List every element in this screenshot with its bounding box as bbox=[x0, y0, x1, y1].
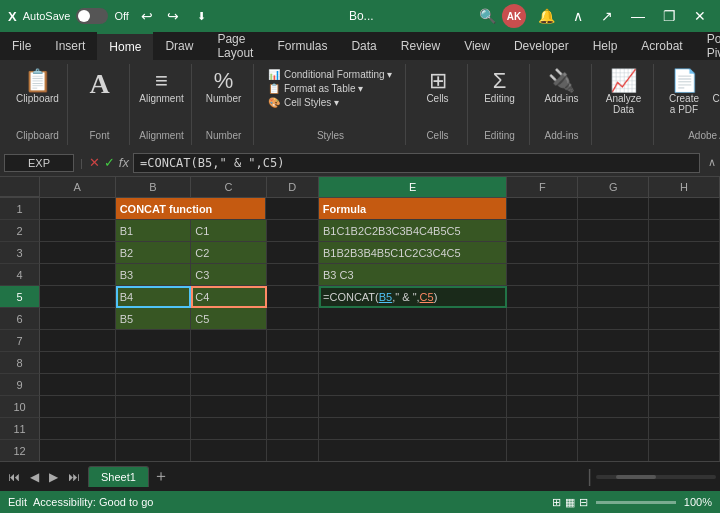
cell-b6[interactable]: B5 bbox=[116, 308, 192, 330]
cell-f1[interactable] bbox=[507, 198, 578, 220]
col-header-g[interactable]: G bbox=[578, 177, 649, 197]
editing-btn[interactable]: Σ Editing bbox=[480, 68, 520, 106]
alignment-btn[interactable]: ≡ Alignment bbox=[135, 68, 187, 106]
cell-g6[interactable] bbox=[578, 308, 649, 330]
font-btn[interactable]: A bbox=[80, 68, 120, 100]
cell-h6[interactable] bbox=[649, 308, 720, 330]
formula-expand-btn[interactable]: ∧ bbox=[708, 156, 716, 169]
cell-c4[interactable]: C3 bbox=[191, 264, 267, 286]
select-all-corner[interactable] bbox=[0, 177, 40, 197]
cell-f10[interactable] bbox=[507, 396, 578, 418]
tab-page-layout[interactable]: Page Layout bbox=[205, 32, 265, 60]
cell-e5[interactable]: =CONCAT(B5," & ",C5) bbox=[319, 286, 507, 308]
col-header-c[interactable]: C bbox=[191, 177, 267, 197]
cell-a8[interactable] bbox=[40, 352, 116, 374]
cell-e4[interactable]: B3 C3 bbox=[319, 264, 507, 286]
cell-b12[interactable] bbox=[116, 440, 192, 461]
cell-g2[interactable] bbox=[578, 220, 649, 242]
formula-cancel-btn[interactable]: ✕ bbox=[89, 155, 100, 170]
cell-b3[interactable]: B2 bbox=[116, 242, 192, 264]
col-header-e[interactable]: E bbox=[319, 177, 508, 197]
cell-f2[interactable] bbox=[507, 220, 578, 242]
tab-home[interactable]: Home bbox=[97, 32, 153, 60]
cell-d6[interactable] bbox=[267, 308, 319, 330]
tab-draw[interactable]: Draw bbox=[153, 32, 205, 60]
cell-e11[interactable] bbox=[319, 418, 507, 440]
cell-f6[interactable] bbox=[507, 308, 578, 330]
cell-b8[interactable] bbox=[116, 352, 192, 374]
row-num-3[interactable]: 3 bbox=[0, 242, 40, 264]
cell-f7[interactable] bbox=[507, 330, 578, 352]
cell-e10[interactable] bbox=[319, 396, 507, 418]
cell-h10[interactable] bbox=[649, 396, 720, 418]
cell-a9[interactable] bbox=[40, 374, 116, 396]
cell-g1[interactable] bbox=[578, 198, 649, 220]
cell-a6[interactable] bbox=[40, 308, 116, 330]
user-avatar[interactable]: AK bbox=[502, 4, 526, 28]
cell-b5[interactable]: B4 bbox=[116, 286, 192, 308]
cell-b9[interactable] bbox=[116, 374, 192, 396]
tab-developer[interactable]: Developer bbox=[502, 32, 581, 60]
autosave-toggle[interactable] bbox=[76, 8, 108, 24]
cell-a7[interactable] bbox=[40, 330, 116, 352]
nav-next-btn[interactable]: ▶ bbox=[45, 468, 62, 486]
cell-d7[interactable] bbox=[267, 330, 319, 352]
number-btn[interactable]: % Number bbox=[202, 68, 246, 106]
row-num-12[interactable]: 12 bbox=[0, 440, 40, 461]
maximize-button[interactable]: ❐ bbox=[657, 6, 682, 26]
row-num-8[interactable]: 8 bbox=[0, 352, 40, 374]
view-break-icon[interactable]: ⊟ bbox=[579, 496, 588, 509]
col-header-f[interactable]: F bbox=[507, 177, 578, 197]
formula-input[interactable] bbox=[133, 153, 700, 173]
row-num-11[interactable]: 11 bbox=[0, 418, 40, 440]
cell-d1[interactable] bbox=[266, 198, 318, 220]
clipboard-btn[interactable]: 📋 Clipboard bbox=[12, 68, 63, 106]
tab-help[interactable]: Help bbox=[581, 32, 630, 60]
cells-btn[interactable]: ⊞ Cells bbox=[418, 68, 458, 106]
cell-h11[interactable] bbox=[649, 418, 720, 440]
row-num-9[interactable]: 9 bbox=[0, 374, 40, 396]
cell-e7[interactable] bbox=[319, 330, 507, 352]
search-button[interactable]: 🔍 bbox=[479, 8, 496, 24]
tab-file[interactable]: File bbox=[0, 32, 43, 60]
cell-a11[interactable] bbox=[40, 418, 116, 440]
cell-h2[interactable] bbox=[649, 220, 720, 242]
cell-h4[interactable] bbox=[649, 264, 720, 286]
cell-a2[interactable] bbox=[40, 220, 116, 242]
cell-f3[interactable] bbox=[507, 242, 578, 264]
add-sheet-button[interactable]: ＋ bbox=[153, 466, 169, 487]
view-layout-icon[interactable]: ▦ bbox=[565, 496, 575, 509]
cell-c12[interactable] bbox=[191, 440, 267, 461]
cell-d5[interactable] bbox=[267, 286, 319, 308]
cell-f11[interactable] bbox=[507, 418, 578, 440]
cell-c6[interactable]: C5 bbox=[191, 308, 267, 330]
cell-c10[interactable] bbox=[191, 396, 267, 418]
more-commands-button[interactable]: ⬇ bbox=[191, 8, 212, 25]
cell-h8[interactable] bbox=[649, 352, 720, 374]
redo-button[interactable]: ↪ bbox=[161, 6, 185, 26]
cell-b7[interactable] bbox=[116, 330, 192, 352]
cell-g12[interactable] bbox=[578, 440, 649, 461]
undo-button[interactable]: ↩ bbox=[135, 6, 159, 26]
cell-g3[interactable] bbox=[578, 242, 649, 264]
col-header-a[interactable]: A bbox=[40, 177, 116, 197]
format-as-table-btn[interactable]: 📋 Format as Table ▾ bbox=[264, 82, 367, 95]
cell-a3[interactable] bbox=[40, 242, 116, 264]
cell-a10[interactable] bbox=[40, 396, 116, 418]
cell-e8[interactable] bbox=[319, 352, 507, 374]
create-pdf-share-btn[interactable]: 📤 Create a PDFand Share link bbox=[708, 68, 720, 128]
tab-review[interactable]: Review bbox=[389, 32, 452, 60]
cell-c2[interactable]: C1 bbox=[191, 220, 267, 242]
cell-c11[interactable] bbox=[191, 418, 267, 440]
share-button[interactable]: ↗ bbox=[595, 6, 619, 26]
cell-f5[interactable] bbox=[507, 286, 578, 308]
cell-e3[interactable]: B1B2B3B4B5C1C2C3C4C5 bbox=[319, 242, 507, 264]
nav-prev-btn[interactable]: ◀ bbox=[26, 468, 43, 486]
tab-power-pivot[interactable]: Power Pivot bbox=[695, 32, 720, 60]
row-num-4[interactable]: 4 bbox=[0, 264, 40, 286]
cell-d8[interactable] bbox=[267, 352, 319, 374]
col-header-h[interactable]: H bbox=[649, 177, 720, 197]
cell-h1[interactable] bbox=[649, 198, 720, 220]
cell-c5[interactable]: C4 bbox=[191, 286, 267, 308]
view-normal-icon[interactable]: ⊞ bbox=[552, 496, 561, 509]
